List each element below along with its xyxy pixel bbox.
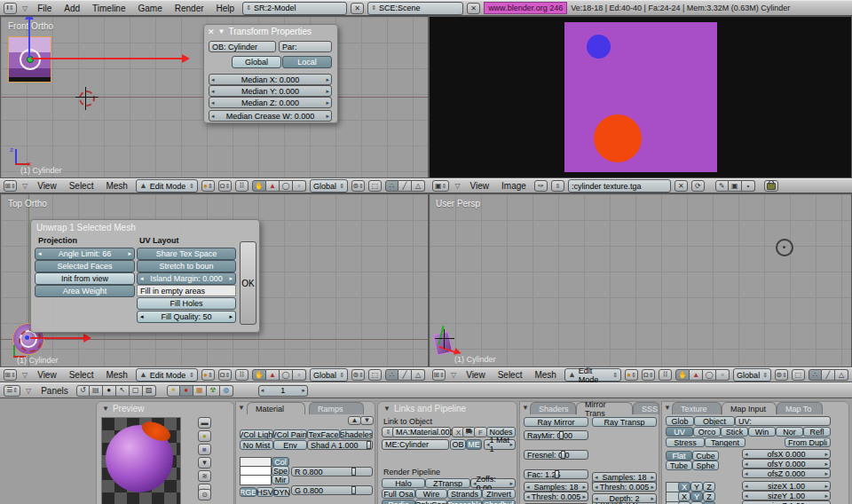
refl-toggle[interactable]: Refl xyxy=(803,427,831,437)
rgb-toggle[interactable]: RGB xyxy=(240,487,256,497)
preview-panel-header[interactable]: ▼ Preview xyxy=(97,402,233,415)
cylinder-object-front[interactable] xyxy=(8,36,51,83)
pulldown-collapse-icon[interactable]: ▽ xyxy=(24,387,33,395)
menu-file[interactable]: File xyxy=(33,4,56,13)
preview-cube-button[interactable]: ■ xyxy=(198,444,211,455)
samples-right-field[interactable]: ◂Samples: 18▸ xyxy=(592,472,657,482)
strands-toggle[interactable]: Strands xyxy=(447,489,482,499)
left-arrow-icon[interactable]: ◂ xyxy=(745,470,748,477)
draw-type-dropdown[interactable]: ●⇕ xyxy=(625,369,638,381)
proportional-edit-dropdown[interactable]: ⊚⇕ xyxy=(351,369,365,381)
material-name-field[interactable]: MA:Material.001 xyxy=(392,427,451,437)
script-context-button[interactable]: ▤ xyxy=(90,385,103,397)
uv-pivot-button[interactable]: • xyxy=(742,180,755,192)
menu-mesh[interactable]: Mesh xyxy=(101,181,131,191)
tab-ramps[interactable]: Ramps xyxy=(309,402,364,414)
slider-knob[interactable] xyxy=(351,486,356,494)
object-context-button[interactable]: ↖ xyxy=(116,385,130,397)
median-y-field[interactable]: ◂Median Y: 0.000▸ xyxy=(209,85,332,97)
texface-toggle[interactable]: TexFace xyxy=(307,429,340,439)
vcol-light-toggle[interactable]: VCol Light xyxy=(240,429,273,439)
menu-view[interactable]: View xyxy=(462,370,490,380)
close-icon[interactable]: ✕ xyxy=(208,28,215,36)
left-arrow-icon[interactable]: ◂ xyxy=(211,88,215,95)
rotate-manipulator-button[interactable]: ◯ xyxy=(280,369,293,381)
thresh-left-field[interactable]: ◂Thresh: 0.005▸ xyxy=(524,492,588,501)
right-arrow-icon[interactable]: ▸ xyxy=(824,461,828,468)
preview-flat-button[interactable]: ▬ xyxy=(198,417,211,429)
orco-toggle[interactable]: Orco xyxy=(693,427,721,437)
ofsy-field[interactable]: ◂ofsY 0.000▸ xyxy=(742,459,831,469)
vertex-select-button[interactable]: ∴ xyxy=(385,180,398,192)
left-arrow-icon[interactable]: ◂ xyxy=(38,250,42,257)
ray-mirror-toggle[interactable]: Ray Mirror xyxy=(524,417,588,427)
collapse-icon[interactable]: ▼ xyxy=(522,404,529,412)
material-slot-field[interactable]: ◂1 Mat 1▸ xyxy=(484,439,516,450)
hsv-toggle[interactable]: HSV xyxy=(256,487,273,497)
links-panel-header[interactable]: ▼ Links and Pipeline xyxy=(378,402,517,415)
menu-view[interactable]: View xyxy=(466,181,494,191)
sync-select-button[interactable]: ⠿ xyxy=(235,369,248,381)
translate-manipulator-button[interactable]: ▲ xyxy=(266,369,280,381)
vertex-select-button[interactable]: ∴ xyxy=(809,369,822,381)
full-osa-toggle[interactable]: Full Osa xyxy=(382,489,415,499)
fill-quality-field[interactable]: ◂Fill Quality: 50▸ xyxy=(137,311,236,323)
left-arrow-icon[interactable]: ◂ xyxy=(211,113,215,120)
manipulator-toggle[interactable]: ✋ xyxy=(252,180,266,192)
menu-add[interactable]: Add xyxy=(59,4,84,13)
right-arrow-icon[interactable]: ▸ xyxy=(582,493,586,500)
glob-toggle[interactable]: Glob xyxy=(666,416,694,426)
right-arrow-icon[interactable]: ▸ xyxy=(651,495,654,502)
no-mist-toggle[interactable]: No Mist xyxy=(240,440,273,450)
edge-select-button[interactable]: ╱ xyxy=(822,369,835,381)
wire-toggle[interactable]: Wire xyxy=(415,489,447,499)
right-arrow-icon[interactable]: ▸ xyxy=(651,474,654,481)
pulldown-collapse-icon[interactable]: ▽ xyxy=(449,371,458,379)
preview-monkey-button[interactable]: ▼ xyxy=(198,457,211,469)
editor-type-button[interactable]: ▣⇕ xyxy=(432,180,449,192)
fresnel-left-slider[interactable]: Fresnel: 0.0 xyxy=(524,450,588,460)
transform-properties-panel[interactable]: ✕ ▼ Transform Properties OB: Cylinder Pa… xyxy=(203,24,338,123)
left-arrow-icon[interactable]: ◂ xyxy=(595,484,598,491)
draw-type-dropdown[interactable]: ●⇕ xyxy=(201,369,215,381)
uv-coord-toggle[interactable]: UV xyxy=(666,427,693,437)
radiosity-subcontext-button[interactable]: ☢ xyxy=(207,385,220,397)
editing-context-button[interactable]: ▢ xyxy=(130,385,143,397)
dyn-toggle[interactable]: DYN xyxy=(273,487,290,497)
right-arrow-icon[interactable]: ▸ xyxy=(509,480,513,487)
trackball-widget[interactable] xyxy=(776,239,793,256)
me-toggle[interactable]: ME xyxy=(466,439,482,450)
screen-selector[interactable]: ⇕ SR:2-Model xyxy=(242,2,347,15)
face-select-button[interactable]: △ xyxy=(412,369,425,381)
vertex-select-button[interactable]: ∴ xyxy=(385,369,398,381)
screen-delete-button[interactable]: ✕ xyxy=(351,3,364,14)
tube-toggle[interactable]: Tube xyxy=(666,461,692,470)
zinvert-toggle[interactable]: ZInvert xyxy=(482,489,516,499)
uv-name-field[interactable]: UV: xyxy=(735,416,831,426)
ok-button[interactable]: OK xyxy=(240,241,256,325)
env-toggle[interactable]: Env xyxy=(273,440,307,450)
tangent-toggle[interactable]: Tangent xyxy=(705,437,746,447)
shadeless-toggle[interactable]: Shadeles xyxy=(340,429,373,439)
slider-knob[interactable] xyxy=(555,470,559,478)
parent-field[interactable]: Par: xyxy=(279,41,332,52)
unwrap-popup[interactable]: Unwrap 1 Selected Mesh Projection UV Lay… xyxy=(30,219,260,333)
pin-image-button[interactable]: ✑ xyxy=(534,180,548,192)
viewport-front-ortho[interactable]: Front Ortho z x (1) Cylinder xyxy=(0,16,429,178)
median-crease-field[interactable]: ◂Median Crease W: 0.000▸ xyxy=(209,110,332,122)
occlude-geometry-button[interactable]: ⬚ xyxy=(792,369,805,381)
share-tex-space-toggle[interactable]: Share Tex Space xyxy=(137,248,236,260)
shad-a-slider[interactable]: Shad A 1.000 xyxy=(307,440,373,450)
menu-panels[interactable]: Panels xyxy=(36,386,73,396)
stretch-to-bounds-toggle[interactable]: Stretch to boun xyxy=(137,260,236,272)
preview-zoom-button[interactable]: ⊙ xyxy=(198,489,211,500)
draw-type-dropdown[interactable]: ●⇕ xyxy=(201,180,215,192)
world-subcontext-button[interactable]: ◍ xyxy=(220,385,233,397)
stick-toggle[interactable]: Stick xyxy=(721,427,748,437)
zoffs-field[interactable]: ◂Zoffs: 0.00▸ xyxy=(470,478,516,488)
tab-sss[interactable]: SSS xyxy=(633,402,659,414)
right-arrow-icon[interactable]: ▸ xyxy=(509,441,513,448)
lamp-subcontext-button[interactable]: ☀ xyxy=(167,385,180,397)
shading-context-button[interactable]: ● xyxy=(103,385,116,397)
fake-user-button[interactable]: F xyxy=(474,427,487,437)
